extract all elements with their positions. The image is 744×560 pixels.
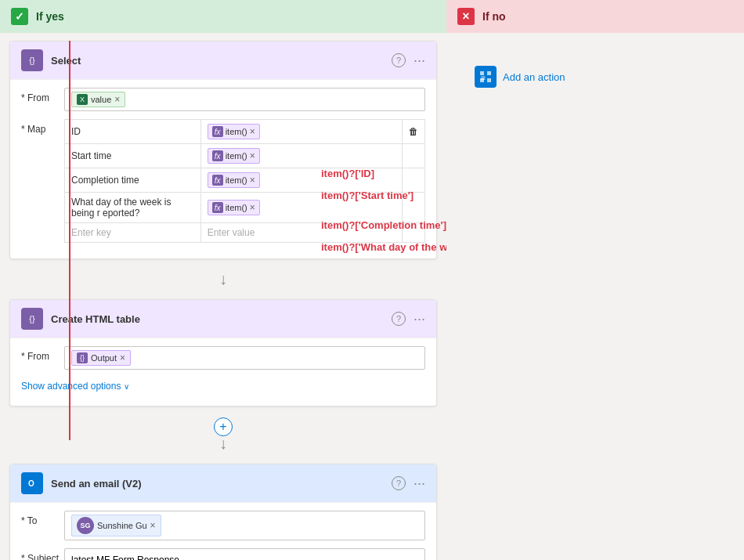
select-from-label: * From <box>21 88 64 103</box>
map-key-id: ID <box>65 120 201 144</box>
select-card: {} Select ? ··· * From <box>9 41 437 259</box>
expr-tag-id: fx item() × <box>208 124 260 139</box>
select-card-actions: ? ··· <box>392 53 425 67</box>
yes-icon: ✓ <box>11 8 28 25</box>
map-delete-whatday[interactable] <box>403 193 425 223</box>
select-map-table-wrapper: ID fx item() × 🗑 <box>64 119 425 243</box>
if-yes-label: If yes <box>36 10 64 23</box>
map-delete-id[interactable]: 🗑 <box>403 120 425 144</box>
show-advanced-options[interactable]: Show advanced options ∨ <box>21 378 425 398</box>
map-delete-empty <box>403 223 425 243</box>
email-to-tag-close[interactable]: × <box>150 521 156 530</box>
html-table-card: {} Create HTML table ? ··· * From <box>9 299 437 406</box>
svg-text:O: O <box>28 479 34 488</box>
select-card-header: {} Select ? ··· <box>10 42 436 80</box>
avatar: SG <box>77 517 94 534</box>
expr-val-starttime: item() <box>226 151 247 161</box>
no-icon: × <box>457 8 475 25</box>
select-card-icon: {} <box>21 49 43 71</box>
select-from-tag-close[interactable]: × <box>114 95 120 104</box>
html-table-card-title: Create HTML table <box>51 313 392 325</box>
email-to-input[interactable]: SG Sunshine Gu × <box>64 511 425 540</box>
map-key-starttime: Start time <box>65 144 201 168</box>
expr-close-id[interactable]: × <box>250 127 255 136</box>
map-val-whatday: fx item() × <box>200 193 402 223</box>
expr-close-starttime[interactable]: × <box>250 151 255 161</box>
html-table-card-icon: {} <box>21 308 43 330</box>
map-row-whatday: What day of the week is being r eported?… <box>65 193 425 223</box>
if-no-label: If no <box>482 10 506 23</box>
html-table-card-actions: ? ··· <box>392 312 425 326</box>
left-panel: ✓ If yes {} Select ? ··· <box>0 0 446 560</box>
select-map-row: * Map ID fx item() <box>21 119 425 243</box>
expr-val-id: item() <box>226 127 247 136</box>
email-to-row: * To SG Sunshine Gu × <box>21 511 425 540</box>
map-val-id: fx item() × <box>200 120 402 144</box>
html-table-card-body: * From {} Output × Show advanced options… <box>10 338 436 406</box>
html-table-from-input[interactable]: {} Output × <box>64 346 425 370</box>
email-to-label: * To <box>21 511 64 526</box>
output-icon: {} <box>77 352 88 363</box>
map-key-empty[interactable]: Enter key <box>65 223 201 243</box>
outlook-svg: O <box>26 477 38 490</box>
email-subject-label: * Subject <box>21 548 64 560</box>
map-val-completiontime: fx item() × <box>200 168 402 193</box>
svg-text:⊞: ⊞ <box>481 75 486 81</box>
expr-tag-whatday: fx item() × <box>208 200 260 215</box>
select-from-input[interactable]: X value × <box>64 88 425 111</box>
map-val-empty[interactable]: Enter value <box>200 223 402 243</box>
add-action-label: Add an action <box>503 71 565 83</box>
expr-val-whatday: item() <box>226 203 247 212</box>
fx-icon-completiontime: fx <box>212 175 223 186</box>
expr-close-whatday[interactable]: × <box>250 203 255 212</box>
map-key-whatday: What day of the week is being r eported? <box>65 193 201 223</box>
map-row-id: ID fx item() × 🗑 <box>65 120 425 144</box>
select-more-icon[interactable]: ··· <box>414 53 425 67</box>
map-key-completiontime: Completion time <box>65 168 201 193</box>
chevron-down-icon: ∨ <box>124 382 129 391</box>
email-card-header: O Send an email (V2) ? ··· <box>10 464 436 503</box>
select-from-tag: X value × <box>71 92 125 107</box>
email-help-icon[interactable]: ? <box>392 476 406 490</box>
select-card-title: Select <box>51 55 392 67</box>
select-card-body: * From X value × * Map <box>10 80 436 258</box>
email-to-tag: SG Sunshine Gu × <box>71 515 161 537</box>
fx-icon-whatday: fx <box>212 202 223 213</box>
select-help-icon[interactable]: ? <box>392 53 406 67</box>
map-delete-starttime[interactable] <box>403 144 425 168</box>
expr-tag-completiontime: fx item() × <box>208 172 260 188</box>
left-panel-inner: {} Select ? ··· * From <box>0 41 446 560</box>
html-table-help-icon[interactable]: ? <box>392 312 406 326</box>
excel-icon: X <box>77 94 88 105</box>
fx-icon-id: fx <box>212 126 223 137</box>
map-row-empty: Enter key Enter value <box>65 223 425 243</box>
email-more-icon[interactable]: ··· <box>414 476 425 490</box>
add-step-button[interactable]: + <box>214 417 233 436</box>
html-table-tag-close[interactable]: × <box>120 353 125 363</box>
email-card-title: Send an email (V2) <box>51 478 392 490</box>
connector-1: ↓ <box>0 267 446 291</box>
add-action-button[interactable]: ⊞ Add an action <box>462 56 728 97</box>
if-no-header: × If no <box>446 0 744 33</box>
email-card: O Send an email (V2) ? ··· * To <box>9 464 437 560</box>
html-table-output-tag: {} Output × <box>71 350 131 366</box>
action-plus-svg: ⊞ <box>479 70 493 84</box>
email-card-actions: ? ··· <box>392 476 425 490</box>
right-panel-body: ⊞ Add an action <box>446 33 744 121</box>
email-subject-row: * Subject latest MF Form Response <box>21 548 425 560</box>
fx-icon-starttime: fx <box>212 150 223 161</box>
add-action-icon: ⊞ <box>475 66 497 88</box>
map-row-completiontime: Completion time fx item() × <box>65 168 425 193</box>
map-table: ID fx item() × 🗑 <box>64 119 425 243</box>
select-from-row: * From X value × <box>21 88 425 111</box>
email-card-body: * To SG Sunshine Gu × * Subject <box>10 503 436 560</box>
map-delete-completiontime[interactable] <box>403 168 425 193</box>
expr-val-completiontime: item() <box>226 175 247 185</box>
email-subject-input[interactable]: latest MF Form Response <box>64 548 425 560</box>
expr-close-completiontime[interactable]: × <box>250 175 255 185</box>
map-val-starttime: fx item() × <box>200 144 402 168</box>
html-table-from-row: * From {} Output × <box>21 346 425 370</box>
right-panel: × If no ⊞ Add an action <box>446 0 744 560</box>
if-yes-header: ✓ If yes <box>0 0 446 33</box>
html-table-more-icon[interactable]: ··· <box>414 312 425 326</box>
